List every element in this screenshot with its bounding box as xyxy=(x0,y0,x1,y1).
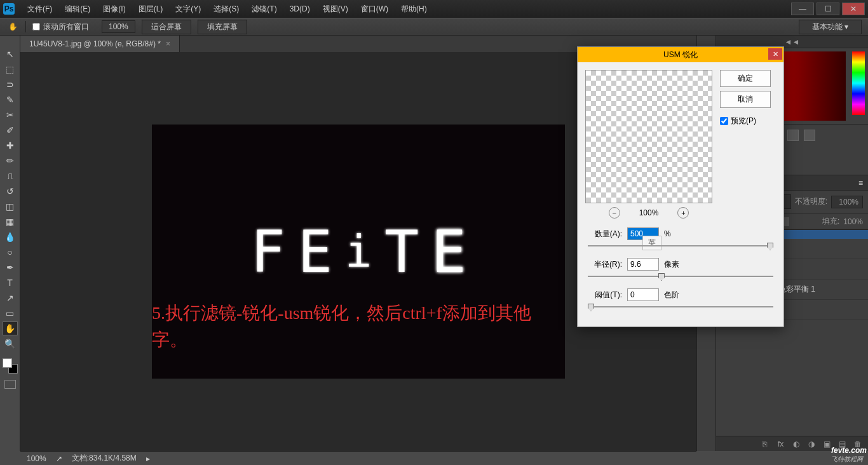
crop-tool-icon[interactable]: ✂ xyxy=(3,108,18,122)
history-brush-tool-icon[interactable]: ↺ xyxy=(3,184,18,198)
preview-checkbox-input[interactable] xyxy=(720,117,728,125)
status-chevron-icon[interactable]: ▸ xyxy=(146,454,150,463)
fit-screen-button[interactable]: 适合屏幕 xyxy=(142,20,191,34)
tutorial-annotation: 5.执行滤镜-锐化-usm锐化，然后ctrl+f添加到其他字。 xyxy=(152,300,565,353)
menu-window[interactable]: 窗口(W) xyxy=(355,4,395,15)
scroll-all-windows-checkbox[interactable]: 滚动所有窗口 xyxy=(32,22,89,32)
neon-text: F E i T E xyxy=(251,219,466,285)
adjustment-icon[interactable] xyxy=(787,130,799,141)
layers-menu-icon[interactable]: ≡ xyxy=(858,179,863,187)
lasso-tool-icon[interactable]: ⊃ xyxy=(3,78,18,91)
document-tab-close-icon[interactable]: × xyxy=(166,39,170,48)
adjustment-layer-icon[interactable]: ◑ xyxy=(808,440,817,448)
preview-zoom-value: 100% xyxy=(639,208,659,217)
menu-help[interactable]: 帮助(H) xyxy=(395,4,433,15)
eraser-tool-icon[interactable]: ◫ xyxy=(3,199,18,213)
fill-label: 填充: xyxy=(822,216,839,227)
hue-strip[interactable] xyxy=(852,51,865,115)
scroll-all-label: 滚动所有窗口 xyxy=(43,22,89,32)
gradient-tool-icon[interactable]: ▦ xyxy=(3,215,18,229)
scroll-all-checkbox-input[interactable] xyxy=(32,23,40,30)
menu-file[interactable]: 文件(F) xyxy=(21,4,58,15)
cancel-button[interactable]: 取消 xyxy=(720,91,771,108)
menu-type[interactable]: 文字(Y) xyxy=(169,4,207,15)
quick-mask-icon[interactable] xyxy=(4,380,16,389)
radius-unit: 像素 xyxy=(664,259,683,270)
window-close-button[interactable]: ✕ xyxy=(842,3,865,15)
layer-mask-icon[interactable]: ◐ xyxy=(793,440,802,448)
menu-edit[interactable]: 编辑(E) xyxy=(58,4,97,15)
usm-sharpen-dialog: USM 锐化 ✕ − 100% + 确定 取消 预览(P) xyxy=(577,46,784,327)
adjustment-icon[interactable] xyxy=(804,130,815,141)
amount-label: 数量(A): xyxy=(585,229,622,239)
radius-input[interactable] xyxy=(627,258,659,271)
opacity-label: 不透明度: xyxy=(795,196,827,207)
radius-label: 半径(R): xyxy=(585,259,622,270)
menu-image[interactable]: 图像(I) xyxy=(97,4,132,15)
status-arrow-icon[interactable]: ↗ xyxy=(56,454,62,463)
preview-checkbox[interactable]: 预览(P) xyxy=(720,116,771,126)
hand-tool-icon[interactable]: ✋ xyxy=(3,321,18,335)
foreground-color[interactable] xyxy=(3,358,12,368)
amount-unit: % xyxy=(664,229,683,238)
blur-tool-icon[interactable]: 💧 xyxy=(3,230,18,244)
status-bar: 100% ↗ 文档:834.1K/4.58M ▸ xyxy=(20,451,696,465)
menu-select[interactable]: 选择(S) xyxy=(207,4,245,15)
dialog-title: USM 锐化 xyxy=(663,50,698,60)
dialog-close-button[interactable]: ✕ xyxy=(768,48,782,60)
document-tab[interactable]: 1U45UV8-1.jpg @ 100% (e, RGB/8#) * × xyxy=(20,36,180,52)
zoom-out-button[interactable]: − xyxy=(609,207,620,219)
hand-tool-icon: ✋ xyxy=(6,20,19,33)
threshold-input[interactable] xyxy=(627,288,659,301)
status-zoom[interactable]: 100% xyxy=(27,454,46,463)
status-doc-size: 文档:834.1K/4.58M xyxy=(72,453,137,464)
amount-slider[interactable] xyxy=(588,243,773,253)
menu-3d[interactable]: 3D(D) xyxy=(283,4,316,13)
ok-button[interactable]: 确定 xyxy=(720,70,771,87)
window-minimize-button[interactable]: — xyxy=(791,3,814,15)
document-tab-title: 1U45UV8-1.jpg @ 100% (e, RGB/8#) * xyxy=(29,39,161,48)
app-logo: Ps xyxy=(3,3,15,15)
zoom-in-button[interactable]: + xyxy=(677,207,689,219)
fill-screen-button[interactable]: 填充屏幕 xyxy=(198,20,247,34)
preview-label: 预览(P) xyxy=(731,116,756,126)
eyedropper-tool-icon[interactable]: ✐ xyxy=(3,123,18,137)
stamp-tool-icon[interactable]: ⎍ xyxy=(3,169,18,183)
canvas[interactable]: F E i T E 5.执行滤镜-锐化-usm锐化，然后ctrl+f添加到其他字… xyxy=(152,125,565,379)
preview-box[interactable] xyxy=(585,70,712,203)
shape-tool-icon[interactable]: ▭ xyxy=(3,306,18,320)
threshold-unit: 色阶 xyxy=(664,290,683,300)
watermark: fevte.com 飞特教程网 xyxy=(831,446,867,464)
dialog-titlebar[interactable]: USM 锐化 ✕ xyxy=(578,47,783,62)
healing-tool-icon[interactable]: ✚ xyxy=(3,138,18,152)
threshold-slider[interactable] xyxy=(588,304,773,314)
dodge-tool-icon[interactable]: ○ xyxy=(3,245,18,259)
fill-value[interactable]: 100% xyxy=(843,217,863,226)
layer-style-icon[interactable]: fx xyxy=(778,440,787,448)
brush-tool-icon[interactable]: ✏ xyxy=(3,154,18,168)
type-tool-icon[interactable]: T xyxy=(3,276,18,290)
window-maximize-button[interactable]: ☐ xyxy=(817,3,839,15)
radius-slider[interactable] xyxy=(588,273,773,283)
workspace-dropdown[interactable]: 基本功能 ▾ xyxy=(799,20,862,34)
color-swatches[interactable] xyxy=(3,358,18,374)
marquee-tool-icon[interactable]: ⬚ xyxy=(3,62,18,76)
path-select-tool-icon[interactable]: ↗ xyxy=(3,291,18,305)
move-tool-icon[interactable]: ↖ xyxy=(3,47,18,61)
link-layers-icon[interactable]: ⎘ xyxy=(763,440,771,448)
menu-view[interactable]: 视图(V) xyxy=(316,4,355,15)
menu-filter[interactable]: 滤镜(T) xyxy=(245,4,283,15)
menu-layer[interactable]: 图层(L) xyxy=(132,4,170,15)
zoom-tool-icon[interactable]: 🔍 xyxy=(3,337,18,351)
zoom-value[interactable]: 100% xyxy=(102,20,135,33)
quick-select-tool-icon[interactable]: ✎ xyxy=(3,93,18,107)
threshold-label: 阈值(T): xyxy=(585,290,622,300)
pen-tool-icon[interactable]: ✒ xyxy=(3,260,18,274)
opacity-value[interactable]: 100% xyxy=(831,196,863,208)
toolbox: ↖ ⬚ ⊃ ✎ ✂ ✐ ✚ ✏ ⎍ ↺ ◫ ▦ 💧 ○ ✒ T ↗ ▭ ✋ 🔍 xyxy=(0,36,20,451)
